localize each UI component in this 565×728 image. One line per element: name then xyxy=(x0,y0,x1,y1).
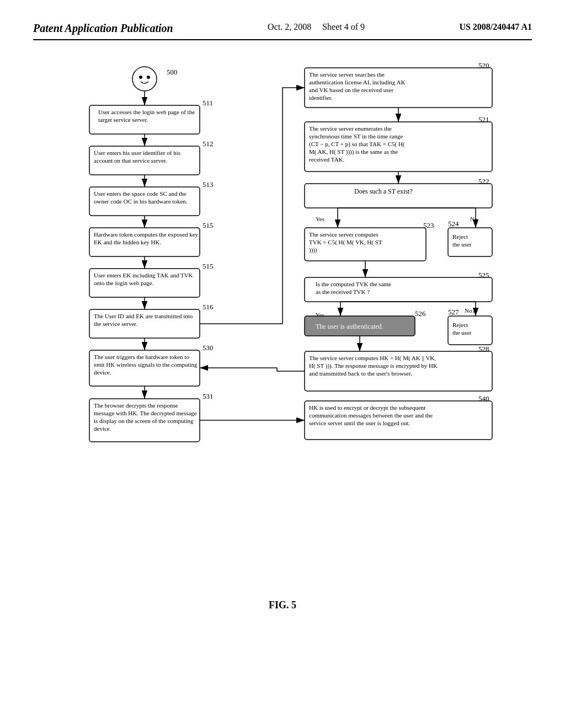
svg-text:the user: the user xyxy=(452,241,472,248)
svg-text:521: 521 xyxy=(478,115,489,124)
svg-text:H( ST ))). The response messag: H( ST ))). The response message is encry… xyxy=(309,362,438,370)
header-center: Oct. 2, 2008 Sheet 4 of 9 xyxy=(268,22,365,32)
svg-text:500: 500 xyxy=(167,68,178,76)
svg-text:the user: the user xyxy=(452,329,472,336)
svg-text:522: 522 xyxy=(478,177,489,185)
svg-text:authentication license AL incl: authentication license AL including AK xyxy=(309,79,405,85)
svg-text:account on that service server: account on that service server. xyxy=(94,157,167,164)
svg-text:513: 513 xyxy=(202,180,214,189)
svg-text:communication messages between: communication messages between the user … xyxy=(309,412,433,419)
svg-text:Hardware token computes the ex: Hardware token computes the exposed key xyxy=(94,231,199,238)
svg-point-2 xyxy=(139,76,142,79)
svg-text:525: 525 xyxy=(478,271,489,279)
svg-text:512: 512 xyxy=(202,140,214,148)
svg-text:(CT − p, CT + p) so that  TAK : (CT − p, CT + p) so that TAK = C5( H( xyxy=(309,141,405,148)
sheet-number: Sheet 4 of 9 xyxy=(322,22,365,31)
svg-text:service server until the user : service server until the user is logged … xyxy=(309,420,411,426)
svg-text:531: 531 xyxy=(202,392,214,400)
svg-text:User enters the space code SC : User enters the space code SC and the xyxy=(94,190,186,197)
svg-text:Reject: Reject xyxy=(452,233,468,240)
svg-text:and transmitted back to the us: and transmitted back to the user's brows… xyxy=(309,370,412,377)
svg-text:M( AK, H( ST )))) is the same : M( AK, H( ST )))) is the same as the xyxy=(309,148,398,156)
svg-text:owner code OC in his hardware : owner code OC in his hardware token. xyxy=(94,198,188,205)
svg-text:is display on the screen of th: is display on the screen of the computin… xyxy=(94,417,194,424)
page: Patent Application Publication Oct. 2, 2… xyxy=(0,0,565,728)
svg-text:TVK = C5( H( M( VK, H( ST: TVK = C5( H( M( VK, H( ST xyxy=(309,239,382,246)
svg-text:EK and the hidden key HK.: EK and the hidden key HK. xyxy=(94,239,161,245)
svg-text:target service server.: target service server. xyxy=(98,116,148,123)
svg-text:540: 540 xyxy=(478,394,489,403)
svg-text:523: 523 xyxy=(423,221,434,229)
svg-point-3 xyxy=(147,76,150,79)
svg-text:User enters his user identifie: User enters his user identifier of his xyxy=(94,149,180,156)
svg-text:515: 515 xyxy=(202,262,214,270)
svg-text:The User ID and EK are transmi: The User ID and EK are transmitted into xyxy=(94,313,193,319)
svg-text:The user triggers the hardware: The user triggers the hardware token to xyxy=(94,354,189,360)
page-header: Patent Application Publication Oct. 2, 2… xyxy=(33,22,532,40)
flowchart-svg: 500 User accesses the login web page of … xyxy=(45,62,520,586)
svg-text:and VK based on the received u: and VK based on the received user xyxy=(309,87,393,93)
svg-text:524: 524 xyxy=(448,220,459,228)
svg-text:onto the login web page.: onto the login web page. xyxy=(94,280,154,286)
svg-text:The service server enumerates : The service server enumerates the xyxy=(309,125,392,132)
svg-text:as the received TVK ?: as the received TVK ? xyxy=(316,288,370,295)
svg-text:No: No xyxy=(470,216,478,222)
svg-text:Yes: Yes xyxy=(316,216,324,222)
svg-text:The service server searches th: The service server searches the xyxy=(309,71,385,78)
svg-text:Reject: Reject xyxy=(452,322,468,328)
svg-text:User accesses the login web pa: User accesses the login web page of the xyxy=(98,109,195,115)
svg-text:The user is authenticated.: The user is authenticated. xyxy=(316,323,383,330)
svg-text:message with HK. The decrypted: message with HK. The decrypted message xyxy=(94,410,197,416)
svg-text:device.: device. xyxy=(94,369,111,376)
svg-text:530: 530 xyxy=(202,344,214,352)
publication-date: Oct. 2, 2008 xyxy=(268,22,311,31)
svg-text:)))): )))) xyxy=(309,247,317,254)
patent-number: US 2008/240447 A1 xyxy=(459,22,532,32)
svg-text:515: 515 xyxy=(202,221,214,229)
svg-text:516: 516 xyxy=(202,303,214,311)
svg-text:synchronous time ST in the tim: synchronous time ST in the time range xyxy=(309,133,403,140)
svg-text:User enters EK including TAK a: User enters EK including TAK and TVK xyxy=(94,272,193,279)
svg-text:526: 526 xyxy=(415,309,426,318)
diagram-container: 500 User accesses the login web page of … xyxy=(45,62,520,588)
svg-text:No↓: No↓ xyxy=(465,307,475,314)
svg-text:Is the computed TVK the same: Is the computed TVK the same xyxy=(316,281,391,287)
figure-label: FIG. 5 xyxy=(33,599,532,611)
svg-text:The service server computes: The service server computes xyxy=(309,231,379,238)
svg-text:528: 528 xyxy=(478,345,489,353)
svg-text:device.: device. xyxy=(94,425,111,432)
svg-text:511: 511 xyxy=(202,99,213,107)
svg-text:The service server computes HK: The service server computes HK = H( M( A… xyxy=(309,355,436,362)
svg-text:Does such a ST exist?: Does such a ST exist? xyxy=(354,188,413,195)
svg-text:emit HK wireless signals to th: emit HK wireless signals to the computin… xyxy=(94,361,198,368)
svg-text:HK is used to encrypt or decry: HK is used to encrypt or decrypt the sub… xyxy=(309,404,425,411)
svg-text:the service server.: the service server. xyxy=(94,320,137,327)
svg-text:identifier.: identifier. xyxy=(309,94,333,101)
svg-text:The browser decrypts the respo: The browser decrypts the response xyxy=(94,402,178,409)
svg-text:received TAK.: received TAK. xyxy=(309,156,345,163)
svg-point-1 xyxy=(132,67,157,91)
svg-text:527: 527 xyxy=(448,308,459,316)
publication-title: Patent Application Publication xyxy=(33,22,173,35)
svg-text:520: 520 xyxy=(478,62,489,69)
